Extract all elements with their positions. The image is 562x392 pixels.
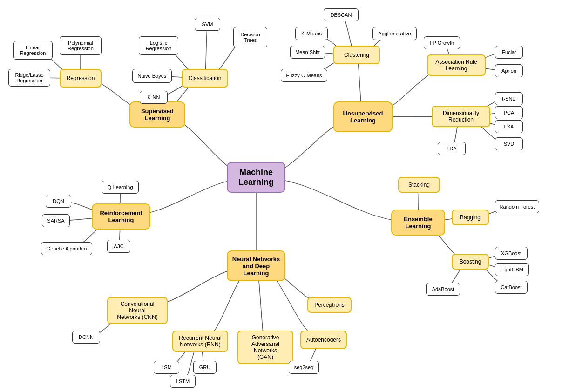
node-autoencoders: Autoencoders [300, 331, 347, 349]
node-lsm: LSM [154, 361, 179, 374]
node-catboost: CatBoost [495, 281, 528, 294]
node-supervised: Supervised Learning [129, 101, 185, 128]
node-cnn: Convolutional Neural Networks (CNN) [107, 297, 168, 324]
node-reinforcement: Reinforcement Learning [92, 203, 150, 230]
node-q_learning: Q-Learning [102, 181, 139, 194]
node-rnn: Recurrent Neural Networks (RNN) [172, 331, 228, 352]
node-random_forest: Random Forest [495, 200, 539, 213]
node-clustering: Clustering [333, 46, 380, 64]
node-dbscan: DBSCAN [324, 8, 359, 21]
node-lstm: LSTM [170, 375, 196, 388]
node-svm: SVM [195, 18, 220, 31]
node-decision_trees: Decision Trees [233, 27, 267, 47]
node-perceptrons: Perceptrons [307, 297, 352, 313]
node-a3c: A3C [107, 240, 130, 253]
node-fuzzy: Fuzzy C-Means [281, 69, 327, 82]
node-poly_reg: Polynomial Regression [60, 36, 102, 55]
node-sarsa: SARSA [42, 214, 70, 227]
node-naive_bayes: Naive Bayes [132, 69, 172, 83]
node-tsne: t-SNE [495, 92, 523, 105]
node-knn: K-NN [140, 91, 168, 104]
node-genetic: Genetic Algorithm [41, 242, 92, 255]
node-gan: Generative Adversarial Networks (GAN) [237, 331, 293, 364]
node-svd: SVD [495, 137, 523, 150]
node-apriori: Apriori [495, 64, 523, 77]
node-neural: Neural Networks and Deep Learning [227, 250, 285, 281]
node-lda: LDA [438, 142, 466, 155]
node-ensemble: Ensemble Learning [391, 210, 445, 236]
node-agglomerative: Agglomerative [372, 27, 417, 40]
node-classification: Classification [182, 69, 228, 88]
node-pca: PCA [495, 106, 523, 119]
node-kmeans: K-Means [295, 27, 328, 40]
node-xgboost: XGBoost [495, 247, 528, 260]
node-dqn: DQN [46, 195, 71, 208]
node-logistic: Logistic Regression [139, 36, 178, 55]
node-regression: Regression [60, 69, 102, 88]
node-euclat: Euclat [495, 46, 523, 59]
mindmap-diagram: Machine LearningSupervised LearningUnsup… [0, 0, 562, 392]
node-association: Association Rule Learning [427, 54, 486, 76]
node-ridge_lasso: Ridge/Lasso Regression [8, 69, 50, 87]
node-boosting: Boosting [452, 254, 489, 270]
node-lightgbm: LightGBM [495, 263, 529, 276]
node-gru: GRU [193, 361, 217, 374]
node-fp_growth: FP Growth [424, 36, 460, 49]
node-unsupervised: Unsupervised Learning [333, 101, 393, 132]
node-lsa: LSA [495, 120, 523, 133]
node-stacking: Stacking [398, 177, 440, 193]
node-mean_shift: Mean Shift [290, 46, 325, 59]
node-bagging: Bagging [452, 210, 489, 225]
node-linear_reg: Linear Regression [13, 41, 53, 60]
node-dimensionality: Dimensionality Reduction [432, 106, 490, 127]
node-seq2seq: seq2seq [289, 361, 319, 374]
node-dcnn: DCNN [72, 331, 100, 344]
node-adaboost: AdaBoost [426, 283, 460, 296]
node-machine_learning: Machine Learning [227, 162, 285, 193]
